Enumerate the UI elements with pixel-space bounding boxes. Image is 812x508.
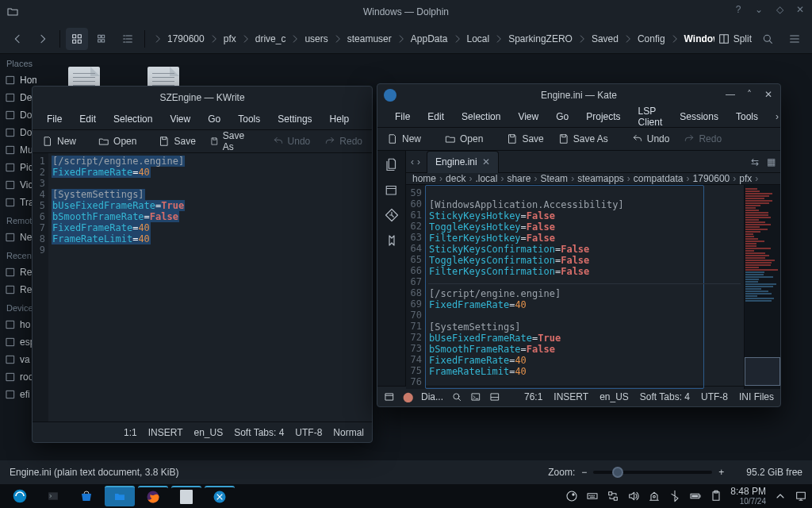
crumb[interactable]: Windows: [668, 32, 714, 46]
menu-item[interactable]: Tools: [230, 110, 268, 128]
crumb[interactable]: home: [412, 173, 436, 184]
dolphin-titlebar[interactable]: Windows — Dolphin ? ⌄ ◇ ✕: [0, 0, 812, 24]
menu-item[interactable]: Edit: [419, 108, 452, 125]
crumb[interactable]: compatdata: [634, 173, 684, 184]
tab-back-icon[interactable]: ‹: [411, 156, 414, 167]
battery-icon[interactable]: [689, 490, 702, 502]
kate-window[interactable]: Engine.ini — Kate — ˄ ✕ FileEditSelectio…: [377, 83, 781, 407]
crumb[interactable]: AppData: [394, 32, 450, 46]
minimize-icon[interactable]: ⌄: [752, 4, 766, 15]
keyboard-icon[interactable]: [586, 490, 599, 502]
save-button[interactable]: Save: [152, 132, 201, 151]
steam-icon[interactable]: [565, 490, 578, 502]
back-button[interactable]: [6, 28, 29, 50]
kate-breadcrumb[interactable]: home›deck›.local›share›Steam›steamapps›c…: [406, 173, 780, 185]
code-area[interactable]: [WindowsApplication.Accessibility]Sticky…: [425, 185, 704, 389]
output-icon[interactable]: [384, 391, 395, 402]
close-icon[interactable]: ✕: [793, 4, 807, 15]
menu-item[interactable]: Tools: [728, 108, 766, 125]
new-button[interactable]: New: [381, 129, 427, 148]
crumb[interactable]: Steam: [540, 173, 568, 184]
redo-button[interactable]: Redo: [677, 129, 728, 148]
view-icons-button[interactable]: [66, 28, 88, 50]
open-button[interactable]: Open: [92, 132, 143, 151]
undo-button[interactable]: Undo: [626, 129, 676, 148]
brightness-icon[interactable]: [648, 490, 661, 502]
crumb[interactable]: .local: [475, 173, 497, 184]
taskbar[interactable]: 8:48 PM 10/7/24: [0, 484, 812, 508]
kate-menubar[interactable]: FileEditSelectionViewGoProjectsLSP Clien…: [377, 106, 780, 127]
close-icon[interactable]: ✕: [763, 89, 774, 100]
symbols-icon[interactable]: [385, 233, 399, 248]
show-desktop-icon[interactable]: [795, 490, 807, 502]
panel-icon[interactable]: [489, 391, 500, 402]
maximize-icon[interactable]: ◇: [772, 4, 787, 15]
open-button[interactable]: Open: [439, 129, 489, 148]
task-kwrite[interactable]: [171, 486, 201, 506]
zoom-out-icon[interactable]: −: [581, 467, 587, 478]
forward-button[interactable]: [32, 28, 54, 50]
bluetooth-icon[interactable]: [668, 490, 681, 502]
crumb[interactable]: steamuser: [331, 32, 394, 46]
search-button[interactable]: [756, 28, 779, 50]
crumb[interactable]: Saved: [575, 32, 621, 46]
crumb[interactable]: SparkingZERO: [492, 32, 575, 46]
clock[interactable]: 8:48 PM 10/7/24: [730, 487, 766, 506]
kwrite-menubar[interactable]: FileEditSelectionViewGoToolsSettingsHelp: [33, 109, 372, 129]
code-area[interactable]: [/script/engine.engine]FixedFrameRate=40…: [48, 153, 372, 421]
minimap[interactable]: [744, 185, 780, 389]
new-button[interactable]: New: [36, 132, 82, 151]
zoom-slider[interactable]: [593, 471, 712, 474]
task-kate[interactable]: [205, 486, 235, 506]
crumb[interactable]: 1790600: [151, 32, 207, 46]
undo-button[interactable]: Undo: [266, 132, 317, 151]
crumb[interactable]: users: [288, 32, 330, 46]
tab-engine-ini[interactable]: Engine.ini ✕: [427, 151, 499, 173]
kate-title[interactable]: Engine.ini — Kate: [377, 84, 780, 106]
menu-item[interactable]: Sessions: [672, 108, 726, 125]
tab-close-icon[interactable]: ✕: [482, 156, 490, 167]
search-icon[interactable]: [451, 391, 462, 402]
redo-button[interactable]: Redo: [318, 132, 369, 151]
menu-item[interactable]: View: [162, 110, 198, 128]
saveas-button[interactable]: Save As: [204, 132, 257, 151]
projects-icon[interactable]: [385, 183, 399, 197]
grid-icon[interactable]: ▦: [767, 156, 776, 167]
task-terminal[interactable]: [38, 486, 68, 506]
maximize-icon[interactable]: ˄: [744, 89, 755, 100]
crumb[interactable]: share: [507, 173, 530, 184]
breadcrumb[interactable]: 1790600pfxdrive_cuserssteamuserAppDataLo…: [151, 32, 714, 46]
start-button[interactable]: [5, 486, 35, 506]
view-compact-button[interactable]: [91, 28, 113, 50]
crumb[interactable]: steamapps: [577, 173, 624, 184]
crumb[interactable]: Config: [621, 32, 668, 46]
menu-item[interactable]: Projects: [578, 108, 628, 125]
minimize-icon[interactable]: —: [725, 89, 736, 100]
volume-icon[interactable]: [627, 490, 640, 502]
task-firefox[interactable]: [138, 486, 168, 506]
zoom-in-icon[interactable]: +: [718, 467, 724, 478]
help-icon[interactable]: ?: [731, 4, 745, 15]
menu-item[interactable]: LSP Client: [630, 102, 671, 131]
menu-item[interactable]: File: [39, 110, 70, 128]
menu-item[interactable]: Help: [322, 110, 358, 128]
kwrite-title[interactable]: SZEngine — KWrite: [33, 87, 372, 109]
menu-item[interactable]: Edit: [71, 110, 104, 128]
menu-item[interactable]: View: [510, 108, 546, 125]
documents-icon[interactable]: [385, 157, 399, 171]
saveas-button[interactable]: Save As: [552, 129, 615, 148]
chevron-up-icon[interactable]: [774, 490, 787, 502]
kwrite-window[interactable]: SZEngine — KWrite FileEditSelectionViewG…: [32, 86, 373, 443]
menu-overflow-icon[interactable]: ›: [768, 108, 787, 125]
menu-item[interactable]: File: [387, 108, 418, 125]
split-icon[interactable]: ⇆: [751, 156, 759, 167]
kate-editor[interactable]: 596061626364656667686970717273747576 [Wi…: [406, 185, 780, 389]
network-icon[interactable]: [607, 490, 619, 502]
crumb[interactable]: pfx: [739, 173, 752, 184]
tab-forward-icon[interactable]: ›: [417, 156, 420, 167]
crumb[interactable]: deck: [446, 173, 465, 184]
crumb[interactable]: Local: [450, 32, 492, 46]
split-button[interactable]: Split: [718, 33, 752, 45]
menu-item[interactable]: Settings: [270, 110, 320, 128]
menu-item[interactable]: Go: [548, 108, 576, 125]
